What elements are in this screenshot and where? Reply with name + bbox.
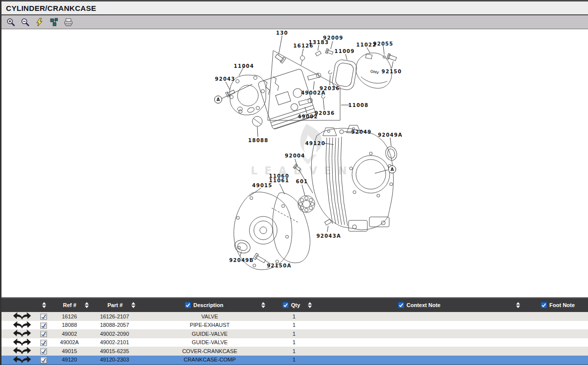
qty-cell: 1 [279,329,309,338]
part-callout-92009[interactable]: 92009 [323,35,344,41]
app-frame: CYLINDER/CRANKCASE [0,0,588,365]
column-header-part[interactable]: Part # [99,298,131,312]
table-body: 16126 16126-2107 VALVE 1 18088 18088-205… [1,312,588,364]
part-callout-11009[interactable]: 11009 [335,49,355,54]
qty-cell: 1 [279,312,309,321]
edit-note-icon[interactable] [40,329,48,338]
sort-qty-col[interactable] [308,298,312,312]
column-header-ref[interactable]: Ref # [54,298,86,312]
zoom-in-icon[interactable] [6,17,16,27]
print-icon[interactable] [63,17,73,27]
description-cell: GUIDE-VALVE [135,338,284,347]
foot-note-cell [527,312,582,321]
context-note-cell [378,321,472,330]
context-note-cell [378,338,472,347]
table-row-49002A[interactable]: 49002A 49002-2101 GUIDE-VALVE 1 [1,338,588,347]
description-cell: CRANKCASE-COMP [135,356,284,365]
foot-note-cell [527,338,582,347]
part-callout-49015[interactable]: 49015 [252,183,273,188]
hotspot-map-icon[interactable] [49,17,59,27]
part-callout-11008[interactable]: 11008 [349,103,369,108]
description-checkbox[interactable] [185,302,191,308]
flash-tool-icon[interactable] [35,17,45,27]
part-callout-92049B[interactable]: 92049B [229,258,254,263]
page-title: CYLINDER/CRANKCASE [6,4,96,12]
context-note-checkbox[interactable] [398,302,404,308]
callout-layer: 1301612613183920091100911022920559215011… [1,30,588,297]
ref-number-cell: 16126 [50,312,89,321]
next-page-arrow-icon[interactable] [20,356,33,365]
table-row-49015[interactable]: 49015 49015-6235 COVER-CRANKCASE 1 [1,347,588,356]
next-page-arrow-icon[interactable] [20,347,33,356]
ref-number-cell: 49002 [50,329,89,338]
context-note-cell [378,356,472,365]
ref-number-cell: 49120 [50,356,89,365]
part-callout-601[interactable]: 601 [296,179,308,184]
foot-note-cell [527,329,582,338]
part-callout-49120[interactable]: 49120 [305,141,326,146]
next-page-arrow-icon[interactable] [20,338,33,347]
part-callout-92150A[interactable]: 92150A [267,263,292,268]
part-callout-92049[interactable]: 92049 [352,129,372,135]
foot-note-cell [527,321,582,330]
qty-cell: 1 [279,338,309,347]
edit-note-icon[interactable] [40,338,48,347]
edit-note-icon[interactable] [40,321,48,330]
sort-context-note-col[interactable] [516,298,520,312]
parts-diagram: LEADVEN [1,30,588,297]
next-page-arrow-icon[interactable] [20,329,33,338]
edit-note-icon[interactable] [40,347,48,356]
next-page-arrow-icon[interactable] [20,321,33,330]
ref-marker-A[interactable]: A [388,165,396,173]
part-callout-92043[interactable]: 92043 [215,76,235,82]
context-note-cell [378,312,472,321]
part-callout-11004[interactable]: 11004 [234,63,254,69]
column-header-context-note[interactable]: Context Note [398,298,440,312]
qty-cell: 1 [279,356,309,365]
zoom-out-icon[interactable] [20,17,30,27]
ref-number-cell: 49002A [50,338,89,347]
description-cell: PIPE-EXHAUST [135,321,284,330]
table-row-49120[interactable]: 49120 49120-2303 CRANKCASE-COMP 1 [1,356,588,365]
sort-description-col[interactable] [261,298,265,312]
description-cell: VALVE [135,312,284,321]
part-callout-92036[interactable]: 92036 [320,86,340,91]
ref-marker-A[interactable]: A [214,96,222,104]
sort-part-col[interactable] [131,298,135,312]
part-callout-130[interactable]: 130 [276,30,288,36]
sort-ref-col[interactable] [85,298,89,312]
qty-cell: 1 [279,321,309,330]
edit-note-icon[interactable] [40,356,48,365]
foot-note-cell [527,347,582,356]
qty-checkbox[interactable] [283,302,289,308]
title-bar: CYLINDER/CRANKCASE [1,1,588,15]
description-cell: COVER-CRANKCASE [135,347,284,356]
edit-note-icon[interactable] [40,312,48,321]
ref-number-cell: 49015 [50,347,89,356]
description-cell: GUIDE-VALVE [135,329,284,338]
foot-note-checkbox[interactable] [541,302,547,308]
table-row-49002[interactable]: 49002 49002-2090 GUIDE-VALVE 1 [1,329,588,338]
part-callout-92004[interactable]: 92004 [285,153,305,158]
sort-icon-col[interactable] [42,298,46,312]
part-callout-49002[interactable]: 49002 [298,114,318,119]
toolbar [1,15,588,29]
part-callout-92055[interactable]: 92055 [373,41,394,47]
context-note-cell [378,347,472,356]
table-header: Ref # Part # Description Qty Context Not… [1,297,588,312]
foot-note-cell [527,356,582,365]
part-callout-18088[interactable]: 18088 [248,138,269,143]
next-page-arrow-icon[interactable] [20,312,33,321]
table-row-16126[interactable]: 16126 16126-2107 VALVE 1 [1,312,588,321]
qty-cell: 1 [279,347,309,356]
part-callout-92043A[interactable]: 92043A [316,233,341,239]
column-header-foot-note[interactable]: Foot Note [541,298,575,312]
part-callout-92049A[interactable]: 92049A [378,132,403,138]
table-row-18088[interactable]: 18088 18088-2057 PIPE-EXHAUST 1 [1,321,588,330]
column-header-description[interactable]: Description [185,298,224,312]
context-note-cell [378,329,472,338]
column-header-qty[interactable]: Qty [283,298,300,312]
ref-number-cell: 18088 [50,321,89,330]
part-callout-92150[interactable]: 92150 [382,69,402,74]
